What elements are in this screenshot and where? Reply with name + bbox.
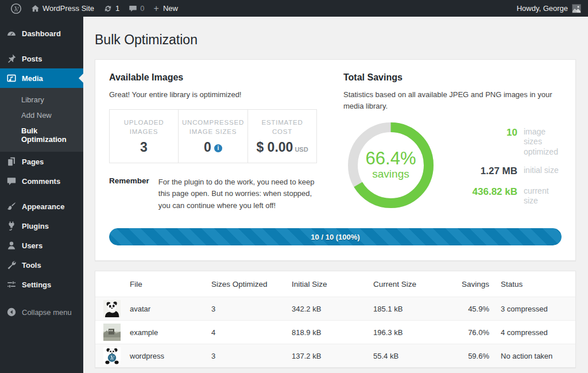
sidebar-item-pages[interactable]: Pages — [0, 152, 83, 171]
plus-icon: + — [154, 4, 159, 13]
cell-file: wordpress — [124, 344, 206, 368]
submenu-item-bulk-optimization[interactable]: Bulk Optimization — [0, 123, 83, 147]
cell-sizes: 3 — [206, 297, 286, 321]
submenu-item-add-new[interactable]: Add New — [0, 107, 83, 123]
stat-value: $ 0.00USD — [252, 141, 313, 154]
stat-value: 3 — [113, 141, 175, 154]
main-content: Bulk Optimization Available Images Great… — [83, 17, 588, 373]
collapse-menu-button[interactable]: Collapse menu — [0, 302, 83, 322]
th-sizes-optimized: Sizes Optimized — [206, 271, 286, 297]
total-savings-description: Statistics based on all available JPEG a… — [343, 89, 562, 112]
sidebar-item-tools[interactable]: Tools — [0, 255, 83, 275]
new-content-menu[interactable]: + New — [149, 0, 183, 17]
media-icon — [6, 73, 17, 83]
cell-status: 4 compressed — [495, 321, 575, 344]
bulk-progress-bar: 10 / 10 (100%) — [109, 228, 562, 245]
cell-current: 185.1 kB — [368, 297, 446, 321]
paintbrush-icon — [6, 201, 17, 212]
sidebar-item-label: Settings — [22, 280, 51, 289]
site-name: WordPress Site — [42, 4, 94, 13]
cell-initial: 137.2 kB — [286, 344, 368, 368]
sidebar-item-media[interactable]: Media — [0, 68, 83, 88]
sidebar-item-users[interactable]: Users — [0, 236, 83, 255]
submenu-item-library[interactable]: Library — [0, 92, 83, 107]
sidebar-item-appearance[interactable]: Appearance — [0, 197, 83, 216]
new-label: New — [163, 4, 178, 13]
optimized-files-table-panel: File Sizes Optimized Initial Size Curren… — [95, 271, 576, 368]
table-header-row: File Sizes Optimized Initial Size Curren… — [95, 271, 575, 297]
sidebar-item-settings[interactable]: Settings — [0, 275, 83, 294]
user-avatar[interactable] — [572, 4, 581, 13]
table-row: avatar 3 342.2 kB 185.1 kB 45.9% 3 compr… — [95, 297, 575, 321]
home-icon — [31, 4, 40, 13]
total-savings-heading: Total Savings — [343, 72, 562, 83]
pages-icon — [6, 156, 17, 167]
th-status: Status — [495, 271, 575, 297]
remember-text: For the plugin to do the work, you need … — [158, 176, 317, 211]
wordpress-logo-menu[interactable] — [6, 0, 26, 17]
comments-count: 0 — [140, 4, 144, 13]
stat-uploaded-images: UPLOADED IMAGES 3 — [110, 110, 178, 163]
sidebar-item-plugins[interactable]: Plugins — [0, 216, 83, 236]
wordpress-logo-icon — [10, 3, 22, 14]
media-submenu: Library Add New Bulk Optimization — [0, 88, 83, 152]
stat-value: 436.82 kB — [453, 186, 517, 198]
sidebar-item-posts[interactable]: Posts — [0, 49, 83, 68]
updates-count: 1 — [115, 4, 119, 13]
comment-bubble-icon — [129, 4, 137, 13]
sidebar-item-comments[interactable]: Comments — [0, 171, 83, 191]
sidebar-item-label: Media — [22, 74, 43, 83]
landscape-thumbnail — [103, 324, 121, 341]
stat-label: initial size — [524, 166, 559, 176]
savings-stats: 10 image sizes optimized 1.27 MB initial… — [453, 125, 562, 206]
wordpress-panda-thumbnail — [103, 347, 121, 364]
sidebar-item-label: Tools — [22, 261, 41, 270]
cell-current: 55.4 kB — [368, 344, 446, 368]
stat-estimated-cost: ESTIMATED COST $ 0.00USD — [247, 110, 316, 163]
pushpin-icon — [6, 53, 17, 64]
stat-value: 10 — [453, 127, 517, 139]
comments-indicator[interactable]: 0 — [124, 0, 149, 17]
remember-label: Remember — [109, 176, 149, 211]
cell-current: 196.3 kB — [368, 321, 446, 344]
sidebar-item-label: Posts — [22, 55, 42, 63]
cell-savings: 76.0% — [446, 321, 495, 344]
currency-unit: USD — [295, 146, 308, 153]
sidebar-item-label: Appearance — [22, 202, 64, 211]
optimization-summary-panel: Available Images Great! Your entire libr… — [95, 59, 576, 261]
user-icon — [6, 240, 17, 251]
dashboard-gauge-icon — [6, 28, 17, 39]
wrench-icon — [6, 260, 17, 270]
visit-site-link[interactable]: WordPress Site — [26, 0, 99, 17]
optimized-files-table: File Sizes Optimized Initial Size Curren… — [95, 271, 575, 367]
admin-sidebar: Dashboard Posts Media Library Add New Bu… — [0, 17, 83, 373]
stat-label: ESTIMATED COST — [252, 118, 313, 136]
stat-value: 1.27 MB — [453, 166, 517, 177]
howdy-account-link[interactable]: Howdy, George — [517, 4, 568, 13]
sidebar-item-label: Pages — [22, 157, 44, 166]
plug-icon — [6, 221, 17, 231]
cell-initial: 342.2 kB — [286, 297, 368, 321]
settings-sliders-icon — [6, 279, 17, 290]
available-images-heading: Available Images — [109, 72, 317, 83]
cell-initial: 818.9 kB — [286, 321, 368, 344]
cell-sizes: 4 — [206, 321, 286, 344]
progress-label: 10 / 10 (100%) — [311, 233, 359, 241]
library-optimized-message: Great! Your entire library is optimimize… — [109, 89, 317, 101]
admin-bar: WordPress Site 1 0 + New Howdy, George — [0, 0, 588, 17]
stat-label: UNCOMPRESSED IMAGE SIZES — [182, 118, 244, 136]
sidebar-item-label: Dashboard — [22, 29, 61, 38]
updates-indicator[interactable]: 1 — [99, 0, 124, 17]
total-savings-section: Total Savings Statistics based on all av… — [343, 72, 562, 213]
cell-status: 3 compressed — [495, 297, 575, 321]
info-icon[interactable]: i — [214, 144, 222, 152]
savings-donut-chart: 66.4% savings — [343, 118, 438, 213]
stat-image-sizes-optimized: 10 image sizes optimized — [453, 127, 562, 157]
stat-initial-size: 1.27 MB initial size — [453, 166, 562, 177]
cell-savings: 59.6% — [446, 344, 495, 368]
remember-note: Remember For the plugin to do the work, … — [109, 176, 317, 211]
stat-current-size: 436.82 kB current size — [453, 186, 562, 206]
cell-sizes: 3 — [206, 344, 286, 368]
donut-percent-label: 66.4% — [366, 149, 416, 167]
sidebar-item-dashboard[interactable]: Dashboard — [0, 24, 83, 43]
